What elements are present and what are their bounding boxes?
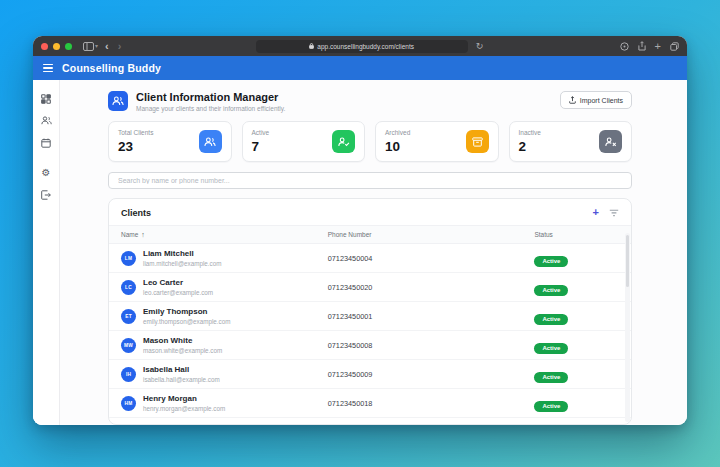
stat-value: 10 (385, 139, 410, 154)
stat-value: 2 (519, 139, 541, 154)
client-phone: 07123450009 (328, 370, 535, 379)
users-icon (112, 96, 124, 106)
search-input[interactable] (108, 172, 632, 189)
lock-icon (309, 43, 314, 49)
client-phone: 07123450018 (328, 399, 535, 408)
status-badge: Active (534, 343, 568, 354)
url-text: app.counsellingbuddy.com/clients (317, 43, 414, 50)
add-client-button[interactable]: + (593, 207, 599, 218)
refresh-icon[interactable]: ↻ (476, 42, 484, 51)
address-bar[interactable]: app.counsellingbuddy.com/clients (256, 40, 468, 53)
sidebar-toggle-icon[interactable]: ▾ (83, 42, 98, 51)
app-header: Counselling Buddy (33, 56, 687, 80)
client-email: isabella.hall@example.com (143, 376, 220, 383)
logout-icon (41, 190, 51, 200)
clients-table-body: LM Liam Mitchell liam.mitchell@example.c… (109, 244, 631, 424)
stat-card-inactive: Inactive 2 (509, 121, 633, 162)
app-title: Counselling Buddy (62, 62, 161, 74)
table-header: Name ↑ Phone Number Status (109, 225, 631, 244)
sidebar-nav: ⚙ (33, 80, 60, 425)
sidebar-item-clients[interactable] (40, 115, 52, 126)
avatar: LC (121, 280, 136, 295)
status-badge: Active (534, 256, 568, 267)
archive-icon (466, 130, 489, 153)
users-icon (199, 130, 222, 153)
browser-window: ▾ ‹ › app.counsellingbuddy.com/clients ↻ (33, 36, 687, 425)
client-phone: 07123450008 (328, 341, 535, 350)
client-row[interactable]: LM Liam Mitchell liam.mitchell@example.c… (109, 244, 631, 273)
client-row[interactable]: ET Emily Thompson emily.thompson@example… (109, 302, 631, 331)
client-name: Mason White (143, 336, 222, 345)
new-tab-icon[interactable]: + (655, 41, 661, 52)
stat-label: Active (252, 129, 270, 136)
tab-overview-icon[interactable] (670, 42, 679, 51)
minimize-window-button[interactable] (53, 43, 60, 50)
stat-value: 7 (252, 139, 270, 154)
scrollbar[interactable] (625, 233, 630, 422)
stat-label: Inactive (519, 129, 541, 136)
client-phone: 07123450004 (328, 254, 535, 263)
status-badge: Active (534, 401, 568, 412)
menu-icon[interactable] (43, 64, 53, 72)
clients-app-icon (108, 91, 128, 111)
gear-icon: ⚙ (42, 167, 51, 178)
stats-row: Total Clients 23 Active 7 (108, 121, 632, 162)
back-button[interactable]: ‹ (103, 40, 111, 52)
column-header-phone[interactable]: Phone Number (328, 231, 535, 238)
url-bar-area: app.counsellingbuddy.com/clients ↻ (128, 40, 610, 53)
scrollbar-thumb[interactable] (626, 235, 629, 287)
user-x-icon (599, 130, 622, 153)
stat-value: 23 (118, 139, 153, 154)
main-content: Client Information Manager Manage your c… (60, 80, 687, 425)
upload-icon (569, 96, 576, 104)
stat-label: Archived (385, 129, 410, 136)
client-email: liam.mitchell@example.com (143, 260, 221, 267)
stat-card-archived: Archived 10 (375, 121, 499, 162)
client-email: henry.morgan@example.com (143, 405, 225, 412)
client-row[interactable]: IH Isabella Hall isabella.hall@example.c… (109, 360, 631, 389)
client-row[interactable]: HM Henry Morgan henry.morgan@example.com… (109, 389, 631, 418)
clients-panel: Clients + Name ↑ Ph (108, 198, 632, 425)
page-header: Client Information Manager Manage your c… (108, 91, 632, 112)
column-header-name[interactable]: Name ↑ (121, 231, 328, 238)
client-email: emily.thompson@example.com (143, 318, 230, 325)
user-check-icon (332, 130, 355, 153)
import-clients-label: Import Clients (580, 97, 623, 104)
clients-section-title: Clients (121, 208, 151, 218)
chevron-down-icon: ▾ (95, 43, 98, 49)
sidebar-item-logout[interactable] (40, 189, 52, 200)
filter-icon (609, 209, 619, 217)
column-header-status[interactable]: Status (534, 231, 619, 238)
import-clients-button[interactable]: Import Clients (560, 91, 632, 109)
forward-button[interactable]: › (116, 40, 124, 52)
filter-button[interactable] (609, 209, 619, 217)
browser-titlebar: ▾ ‹ › app.counsellingbuddy.com/clients ↻ (33, 36, 687, 56)
avatar: IH (121, 367, 136, 382)
client-phone: 07123450001 (328, 312, 535, 321)
users-icon (41, 116, 52, 125)
privacy-report-icon[interactable] (620, 42, 629, 51)
client-email: leo.carter@example.com (143, 289, 213, 296)
stat-label: Total Clients (118, 129, 153, 136)
sort-asc-icon: ↑ (141, 231, 145, 238)
sidebar-item-settings[interactable]: ⚙ (40, 167, 52, 178)
sidebar-item-calendar[interactable] (40, 137, 52, 148)
avatar: LM (121, 251, 136, 266)
sidebar-item-dashboard[interactable] (40, 93, 52, 104)
stat-card-active: Active 7 (242, 121, 366, 162)
share-icon[interactable] (638, 41, 646, 51)
page-subtitle: Manage your clients and their informatio… (136, 105, 285, 112)
avatar: MW (121, 338, 136, 353)
status-badge: Active (534, 285, 568, 296)
client-phone: 07123450020 (328, 283, 535, 292)
status-badge: Active (534, 372, 568, 383)
client-row[interactable]: LC Leo Carter leo.carter@example.com 071… (109, 273, 631, 302)
client-row[interactable]: MW Mason White mason.white@example.com 0… (109, 331, 631, 360)
close-window-button[interactable] (41, 43, 48, 50)
client-email: mason.white@example.com (143, 347, 222, 354)
client-name: Emily Thompson (143, 307, 230, 316)
status-badge: Active (534, 314, 568, 325)
page-title: Client Information Manager (136, 91, 285, 103)
zoom-window-button[interactable] (65, 43, 72, 50)
dashboard-icon (41, 94, 51, 104)
